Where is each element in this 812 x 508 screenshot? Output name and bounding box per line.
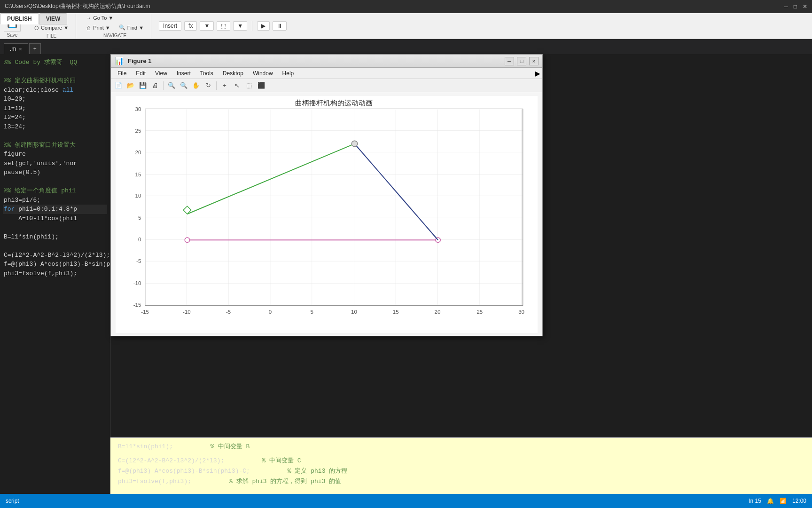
svg-text:25: 25 [135, 128, 141, 134]
fig-zoom-in-btn[interactable]: 🔍 [178, 80, 189, 91]
spacer [118, 452, 804, 456]
code-comment-row3: f=@(phi3) A*cos(phi3)-B*sin(phi3)-C; % 定… [118, 466, 804, 476]
pause-btn[interactable]: ⏸ [273, 21, 287, 31]
navigate-section: →Go To ▼ 🖨Print ▼ 🔍Find ▼ NAVIGATE [79, 14, 151, 38]
code-text2: C=(l2^2-A^2-B^2-l3^2)/(2*l3); [118, 456, 224, 466]
code-line: f=@(phi3) A*cos(phi3)-B*sin(phi3)-C; [3, 260, 107, 269]
tab-filename: .m [10, 46, 16, 52]
tab-view[interactable]: VIEW [39, 13, 68, 24]
maximize-btn[interactable]: □ [794, 3, 797, 10]
figure-expand-btn[interactable]: ▶ [535, 70, 540, 77]
fig-select-btn[interactable]: ↖ [231, 80, 242, 91]
code-text3: f=@(phi3) A*cos(phi3)-B*sin(phi3)-C; [118, 466, 250, 476]
dropdown-btn1[interactable]: ▼ [200, 21, 214, 31]
menu-view[interactable]: View [150, 69, 172, 78]
minimize-btn[interactable]: ─ [784, 3, 788, 10]
comment-C: % 中间变量 C [262, 456, 301, 466]
goto-btn[interactable]: →Go To ▼ [83, 14, 147, 22]
comment-area: B=l1*sin(phi1); % 中间变量 B C=(l2^2-A^2-B^2… [110, 437, 812, 494]
svg-text:15: 15 [135, 172, 141, 177]
editor-tab-main[interactable]: .m × [4, 43, 28, 54]
svg-text:10: 10 [351, 309, 357, 315]
comment-B: % 中间变量 B [211, 442, 250, 452]
fig-open-btn[interactable]: 📂 [125, 80, 136, 91]
find-btn[interactable]: 🔍Find ▼ [116, 23, 147, 32]
fig-datacursor-btn[interactable]: + [219, 80, 230, 91]
svg-text:-15: -15 [133, 302, 141, 308]
figure-title: Figure 1 [128, 57, 152, 64]
fig-toolbar-sep2 [216, 81, 217, 90]
menu-desktop[interactable]: Desktop [218, 69, 248, 78]
svg-text:30: 30 [518, 309, 524, 315]
code-line: l0=20; [3, 95, 107, 104]
svg-text:25: 25 [476, 309, 483, 315]
code-line: l1=10; [3, 104, 107, 113]
svg-text:0: 0 [138, 237, 141, 242]
svg-text:15: 15 [393, 309, 399, 315]
fig-close-btn[interactable]: × [529, 57, 539, 65]
code-line: phi3=pi/6; [3, 196, 107, 205]
code-line: set(gcf,'units','nor [3, 159, 107, 168]
svg-text:10: 10 [135, 193, 141, 198]
line-number: ln 15 [749, 498, 761, 504]
tab-close[interactable]: × [19, 46, 22, 52]
plot-title: 曲柄摇杆机构的运动动画 [295, 99, 373, 107]
figure-window[interactable]: 📊 Figure 1 ─ □ × File Edit View Insert T… [110, 54, 543, 336]
fig-print-btn[interactable]: 🖨 [149, 80, 161, 91]
code-line: %% 创建图形窗口并设置大 [3, 141, 107, 150]
plot-svg: 曲柄摇杆机构的运动动画 -15 -10 -5 0 5 10 15 20 [116, 96, 538, 333]
figure-titlebar: 📊 Figure 1 ─ □ × [111, 55, 542, 68]
svg-text:5: 5 [310, 309, 313, 315]
figure-icon: 📊 [115, 56, 124, 65]
code-line-highlighted: for phi1=0:0.1:4.8*p [3, 205, 107, 214]
sys-tray: ln 15 🔔 📶 12:00 [749, 498, 806, 504]
code-line: C=(l2^2-A^2-B^2-l3^2)/(2*l3); [3, 251, 107, 260]
fig-link-btn[interactable]: ⬛ [256, 80, 267, 91]
code-text: B=l1*sin(phi1); [118, 442, 173, 452]
svg-text:30: 30 [135, 106, 141, 112]
menu-window[interactable]: Window [248, 69, 278, 78]
menu-insert[interactable]: Insert [172, 69, 195, 78]
fx-btn[interactable]: fx [184, 21, 197, 31]
menu-edit[interactable]: Edit [131, 69, 150, 78]
dropdown-btn2[interactable]: ▼ [233, 21, 247, 31]
comment-phi3-def: % 定义 phi3 的方程 [288, 466, 347, 476]
window-title: C:\Users\QS\Desktop\曲柄摇杆机构的运动仿真\FourBar.… [5, 2, 150, 10]
code-line: %% 给定一个角度值 phi1 [3, 186, 107, 196]
fig-new-btn[interactable]: 📄 [113, 80, 124, 91]
run-btn[interactable]: ▶ [257, 21, 270, 31]
code-line: A=l0-l1*cos(phi1 [3, 214, 107, 223]
compare-btn[interactable]: ⬡Compare ▼ [31, 24, 72, 32]
toolbar-sep1 [252, 21, 252, 31]
menu-file[interactable]: File [113, 69, 131, 78]
menu-tools[interactable]: Tools [195, 69, 218, 78]
tab-add[interactable]: + [29, 43, 41, 54]
insert-btn[interactable]: Insert [159, 21, 181, 31]
print-btn[interactable]: 🖨Print ▼ [83, 23, 114, 32]
fig-minimize-btn[interactable]: ─ [505, 57, 514, 65]
fig-pan-btn[interactable]: ✋ [190, 80, 202, 91]
insert2-btn[interactable]: ⬚ [217, 21, 230, 31]
tab-publish[interactable]: PUBLISH [0, 13, 39, 24]
fig-brush-btn[interactable]: ⬚ [243, 80, 255, 91]
tab-bar: .m × + [0, 39, 812, 54]
tab-add-icon: + [33, 46, 37, 52]
comment-phi3-solve: % 求解 phi3 的方程，得到 phi3 的值 [229, 476, 341, 487]
fig-save-btn[interactable]: 💾 [137, 80, 148, 91]
save-label: Save [7, 32, 18, 38]
menu-help[interactable]: Help [278, 69, 299, 78]
time-display: 12:00 [792, 498, 806, 504]
wifi-icon: 📶 [780, 498, 787, 504]
fig-zoom-out-btn[interactable]: 🔍 [166, 80, 177, 91]
code-line: B=l1*sin(phi1); [3, 232, 107, 242]
svg-text:-15: -15 [141, 309, 149, 315]
code-editor[interactable]: %% Code by 求索哥 QQ %% 定义曲柄摇杆机构的四 clear;cl… [0, 54, 110, 494]
code-line [3, 177, 107, 187]
code-line: pause(0.5) [3, 168, 107, 177]
svg-text:0: 0 [269, 309, 272, 315]
code-line [3, 241, 107, 251]
fig-maximize-btn[interactable]: □ [517, 57, 526, 65]
code-comment-row1: B=l1*sin(phi1); % 中间变量 B [118, 442, 804, 452]
fig-3d-rotate-btn[interactable]: ↻ [203, 80, 214, 91]
close-btn[interactable]: ✕ [803, 3, 807, 10]
